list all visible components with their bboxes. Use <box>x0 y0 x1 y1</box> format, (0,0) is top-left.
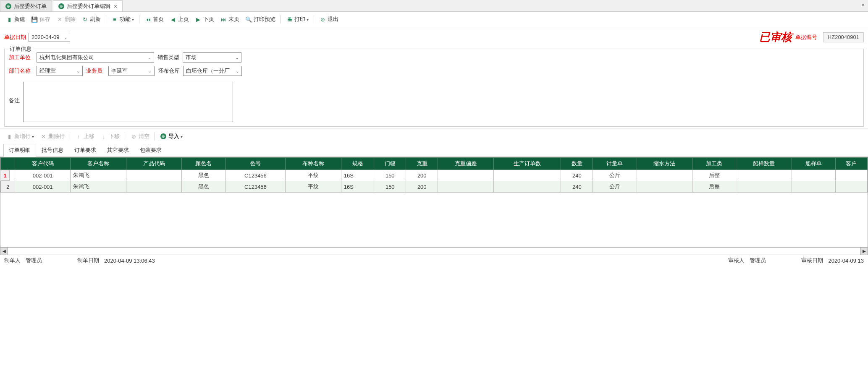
cell[interactable]: 150 <box>374 170 406 181</box>
cell[interactable] <box>493 181 561 193</box>
horizontal-scrollbar[interactable]: ◀ ▶ <box>0 248 868 255</box>
column-header[interactable]: 数量 <box>561 158 593 170</box>
make-date-label: 制单日期 <box>77 257 99 264</box>
cell[interactable] <box>835 170 867 181</box>
tab-order-edit[interactable]: ⊕ 后整委外订单编辑 × <box>53 0 123 11</box>
column-header[interactable]: 生产订单数 <box>493 158 561 170</box>
cell[interactable] <box>736 170 792 181</box>
separator <box>106 15 106 23</box>
move-up-button[interactable]: ↑上移 <box>73 131 97 141</box>
cell[interactable]: 公斤 <box>593 181 637 193</box>
close-icon[interactable]: × <box>114 3 117 10</box>
column-header[interactable]: 色号 <box>226 158 286 170</box>
scroll-left-button[interactable]: ◀ <box>0 248 8 255</box>
close-all-icon[interactable]: × <box>861 2 865 8</box>
tab-pack-req[interactable]: 包装要求 <box>134 144 167 156</box>
sales-select[interactable]: 李延军⌄ <box>108 66 155 76</box>
tab-order-list[interactable]: ⊕ 后整委外订单 <box>0 0 52 11</box>
prev-page-button[interactable]: ◀上页 <box>167 14 191 24</box>
column-header[interactable]: 规格 <box>341 158 374 170</box>
refresh-button[interactable]: ↻刷新 <box>79 14 103 24</box>
cell[interactable] <box>493 170 561 181</box>
cell[interactable]: 公斤 <box>593 170 637 181</box>
delete-button[interactable]: ✕删除 <box>54 14 78 24</box>
scroll-right-button[interactable]: ▶ <box>860 248 868 255</box>
cell[interactable]: 200 <box>406 181 438 193</box>
cell[interactable] <box>835 181 867 193</box>
last-page-button[interactable]: ⏭末页 <box>218 14 242 24</box>
cell[interactable] <box>637 170 692 181</box>
column-header[interactable]: 客户名称 <box>71 158 126 170</box>
jiagong-select[interactable]: 杭州电化集团有限公司⌄ <box>37 52 154 63</box>
exit-button[interactable]: ⊘退出 <box>317 14 341 24</box>
cell[interactable]: 后整 <box>692 170 736 181</box>
cell[interactable]: 150 <box>374 181 406 193</box>
cell[interactable]: 后整 <box>692 181 736 193</box>
add-row-button[interactable]: ▮新增行▾ <box>3 131 37 141</box>
date-picker[interactable]: 2020-04-09 ⌄ <box>29 33 70 42</box>
cell[interactable]: C123456 <box>226 170 286 181</box>
column-header[interactable]: 计量单 <box>593 158 637 170</box>
next-page-button[interactable]: ▶下页 <box>192 14 217 24</box>
cell[interactable]: 002-001 <box>15 181 71 193</box>
first-page-button[interactable]: ⏮首页 <box>142 14 166 24</box>
cell[interactable]: 002-001 <box>15 170 71 181</box>
cell[interactable]: 200 <box>406 170 438 181</box>
tab-order-detail[interactable]: 订单明细 <box>3 144 36 157</box>
cell[interactable]: 黑色 <box>182 181 226 193</box>
cell[interactable]: C123456 <box>226 181 286 193</box>
move-down-button[interactable]: ↓下移 <box>98 131 122 141</box>
tab-other-req[interactable]: 其它要求 <box>102 144 134 156</box>
cell[interactable]: 平纹 <box>286 181 341 193</box>
cell[interactable] <box>792 170 835 181</box>
column-header[interactable]: 加工类 <box>692 158 736 170</box>
cell[interactable]: 16S <box>341 181 374 193</box>
cell[interactable]: 平纹 <box>286 170 341 181</box>
chevron-down-icon: ▾ <box>32 134 34 139</box>
warehouse-select[interactable]: 白坯仓库（一分厂⌄ <box>183 66 242 76</box>
detail-grid[interactable]: 客户代码客户名称产品代码颜色名色号布种名称规格门幅克重克重偏差生产订单数数量计量… <box>0 157 868 248</box>
print-button[interactable]: 🖶打印▾ <box>283 14 311 24</box>
column-header[interactable]: 客户代码 <box>15 158 71 170</box>
column-header[interactable]: 缩水方法 <box>637 158 692 170</box>
column-header[interactable]: 产品代码 <box>126 158 181 170</box>
import-button[interactable]: ⊕导入▾ <box>157 131 185 141</box>
cell[interactable]: 黑色 <box>182 170 226 181</box>
cell[interactable] <box>792 181 835 193</box>
cell[interactable]: 16S <box>341 170 374 181</box>
column-header[interactable]: 布种名称 <box>286 158 341 170</box>
column-header[interactable]: 门幅 <box>374 158 406 170</box>
column-header[interactable]: 克重偏差 <box>438 158 493 170</box>
save-button[interactable]: 💾保存 <box>29 14 53 24</box>
remark-textarea[interactable] <box>23 82 233 122</box>
column-header[interactable]: 客户 <box>835 158 867 170</box>
column-header[interactable]: 克重 <box>406 158 438 170</box>
table-row[interactable]: 1002-001朱鸿飞黑色C123456平纹16S150200240公斤后整 <box>1 170 868 181</box>
clear-button[interactable]: ⊘清空 <box>128 131 152 141</box>
cell[interactable] <box>126 181 181 193</box>
new-button[interactable]: ▮新建 <box>3 14 28 24</box>
del-row-button[interactable]: ✕删除行 <box>37 131 67 141</box>
column-header[interactable] <box>1 158 15 170</box>
cell[interactable]: 朱鸿飞 <box>71 170 126 181</box>
saletype-select[interactable]: 市场⌄ <box>183 52 241 63</box>
cell[interactable] <box>438 181 493 193</box>
cell[interactable] <box>438 170 493 181</box>
tab-order-req[interactable]: 订单要求 <box>69 144 102 156</box>
column-header[interactable]: 船样数量 <box>736 158 792 170</box>
column-header[interactable]: 颜色名 <box>182 158 226 170</box>
cell[interactable]: 240 <box>561 181 593 193</box>
tab-batch-info[interactable]: 批号信息 <box>36 144 69 156</box>
print-preview-button[interactable]: 🔍打印预览 <box>243 14 278 24</box>
cell[interactable]: 朱鸿飞 <box>71 181 126 193</box>
cell[interactable]: 1 <box>1 170 10 181</box>
cell[interactable]: 2 <box>1 181 15 193</box>
column-header[interactable]: 船样单 <box>792 158 835 170</box>
table-row[interactable]: 2002-001朱鸿飞黑色C123456平纹16S150200240公斤后整 <box>1 181 868 193</box>
functions-button[interactable]: ≡功能▾ <box>109 14 136 24</box>
cell[interactable] <box>126 170 181 181</box>
cell[interactable]: 240 <box>561 170 593 181</box>
cell[interactable] <box>637 181 692 193</box>
cell[interactable] <box>736 181 792 193</box>
dept-select[interactable]: 经理室⌄ <box>37 66 83 76</box>
